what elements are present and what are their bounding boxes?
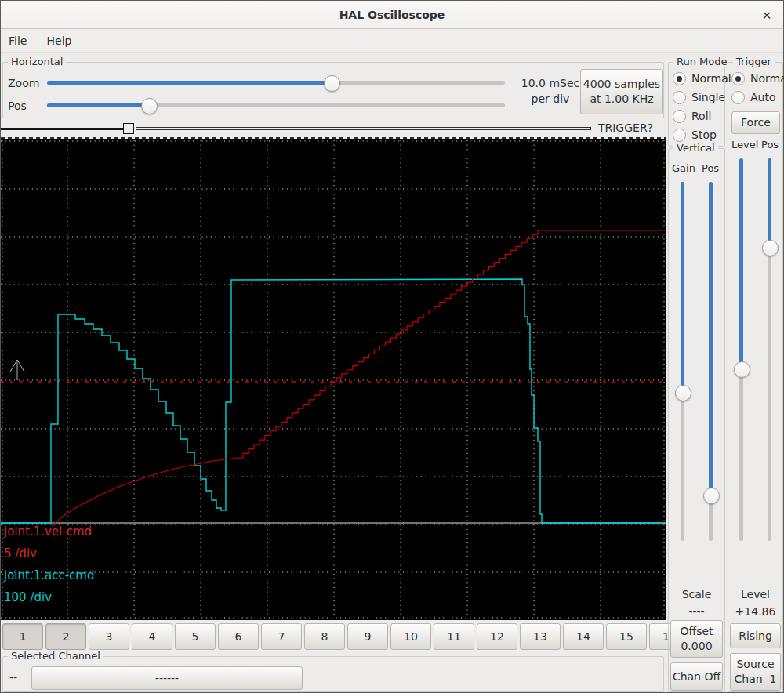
window-title: HAL Oscilloscope [1,1,783,29]
scope-label-2: joint.1.acc-cmd [3,568,94,582]
run-mode-radio-roll[interactable] [673,110,686,123]
run-mode-option-normal[interactable]: Normal [673,69,731,88]
channel-button-1[interactable]: 1 [2,623,43,650]
horizontal-zoom-slider-handle[interactable] [324,75,340,92]
horizontal-pos-slider-handle[interactable] [141,98,158,114]
close-icon[interactable]: ✕ [758,7,775,24]
trigger-frame-label: Trigger [733,56,775,67]
channel-button-5[interactable]: 5 [175,623,216,650]
selected-channel-frame-label: Selected Channel [8,650,103,662]
vertical-pos-slider-handle[interactable] [703,488,720,504]
trigger-mode-option-auto[interactable]: Auto [731,88,784,107]
gain-slider-label: Gain [672,162,695,174]
menu-help[interactable]: Help [39,30,80,53]
horizontal-frame: Horizontal Zoom Pos 10.0 mSec per div 40… [2,62,664,118]
run-mode-label-normal: Normal [691,72,731,85]
menu-bar: File Help [1,30,783,53]
horizontal-frame-label: Horizontal [8,56,66,67]
channel-button-15[interactable]: 15 [606,623,647,650]
run-mode-option-roll[interactable]: Roll [673,107,731,125]
trigger-status-label: TRIGGER? [591,122,660,134]
run-mode-radio-stop[interactable] [673,129,686,142]
trigger-pos-slider-label: Pos [761,139,779,151]
trigger-mode-label-auto: Auto [750,91,776,103]
trigger-level-caption: Level [728,586,782,602]
scope-display: joint.1.vel-cmd5 /divjoint.1.acc-cmd100 … [1,139,666,620]
app-window: HAL Oscilloscope ✕ File Help Horizontal … [0,0,784,693]
scope-canvas: joint.1.vel-cmd5 /divjoint.1.acc-cmd100 … [1,139,666,620]
channel-button-3[interactable]: 3 [89,623,129,650]
selected-channel-frame: Selected Channel -- ------ [2,656,664,692]
scope-label-1: 5 /div [4,546,37,561]
record-position-trough [136,127,591,130]
run-mode-frame-label: Run Mode [673,56,730,67]
selected-channel-status: -- [9,671,17,684]
run-mode-label-roll: Roll [691,110,711,122]
channel-button-row: 12345678910111213141516 [2,623,665,648]
channel-button-8[interactable]: 8 [304,623,345,650]
channel-button-13[interactable]: 13 [520,623,561,650]
horizontal-pos-slider[interactable] [47,97,505,113]
gain-slider[interactable] [675,182,690,541]
trigger-level-value: +14.86 [728,604,782,619]
vertical-pos-slider-label: Pos [702,162,719,174]
scale-value: ---- [669,604,724,619]
vertical-frame: Vertical Gain Pos Scale ---- Offset 0.00… [668,148,725,692]
channel-button-9[interactable]: 9 [347,623,388,650]
channel-button-10[interactable]: 10 [390,623,431,650]
scope-label-0: joint.1.vel-cmd [3,524,92,539]
vertical-frame-label: Vertical [673,142,718,154]
sample-rate-label: 10.0 mSec per div [511,75,590,107]
force-button[interactable]: Force [731,111,780,134]
trigger-pos-slider[interactable] [762,158,777,541]
trigger-level-slider-handle[interactable] [734,361,750,378]
menu-file[interactable]: File [1,30,34,53]
run-mode-frame: Run Mode NormalSingleRollStop [668,62,725,147]
trigger-mode-radio-normal-selected[interactable] [731,72,745,85]
vertical-pos-slider[interactable] [703,182,718,541]
channel-button-12[interactable]: 12 [477,623,517,650]
trigger-mode-label-normal: Normal [750,72,784,85]
run-mode-radio-single[interactable] [673,91,686,104]
run-mode-radio-normal-selected[interactable] [673,72,686,85]
trigger-mode-option-normal[interactable]: Normal [731,69,784,88]
trigger-mode-radio-auto[interactable] [731,91,745,104]
channel-button-2[interactable]: 2 [45,623,86,650]
trigger-pos-slider-handle[interactable] [762,240,779,256]
record-length-button[interactable]: 4000 samples at 1.00 KHz [580,69,663,114]
trigger-edge-button[interactable]: Rising [730,623,781,648]
pos-slider-label: Pos [8,100,27,112]
scale-caption: Scale [669,586,724,602]
channel-button-4[interactable]: 4 [132,623,172,650]
channel-button-7[interactable]: 7 [261,623,302,650]
zoom-slider-label: Zoom [8,77,39,89]
trigger-level-slider-label: Level [731,139,758,151]
record-position-bar [1,128,124,130]
channel-button-11[interactable]: 11 [434,623,474,650]
trigger-mode-options: NormalAuto [731,69,784,107]
horizontal-zoom-slider[interactable] [47,74,505,90]
channel-button-6[interactable]: 6 [218,623,259,650]
offset-button[interactable]: Offset 0.000 [670,620,723,658]
run-mode-label-stop: Stop [691,129,717,141]
trigger-source-button[interactable]: Source Chan 1 [730,653,781,691]
chan-off-button[interactable]: Chan Off [670,662,723,691]
run-mode-label-single: Single [691,91,725,103]
channel-button-14[interactable]: 14 [563,623,604,650]
selected-channel-name-button[interactable]: ------ [31,666,303,690]
run-mode-options: NormalSingleRollStop [673,69,731,144]
scope-label-3: 100 /div [4,590,52,604]
gain-slider-handle[interactable] [675,385,691,401]
trigger-level-slider[interactable] [734,158,749,541]
title-bar: HAL Oscilloscope ✕ [1,1,783,29]
trigger-frame: Trigger NormalAuto Force Level Pos Level… [728,62,783,692]
run-mode-option-single[interactable]: Single [673,88,731,107]
trigger-position-marker[interactable] [123,123,134,134]
